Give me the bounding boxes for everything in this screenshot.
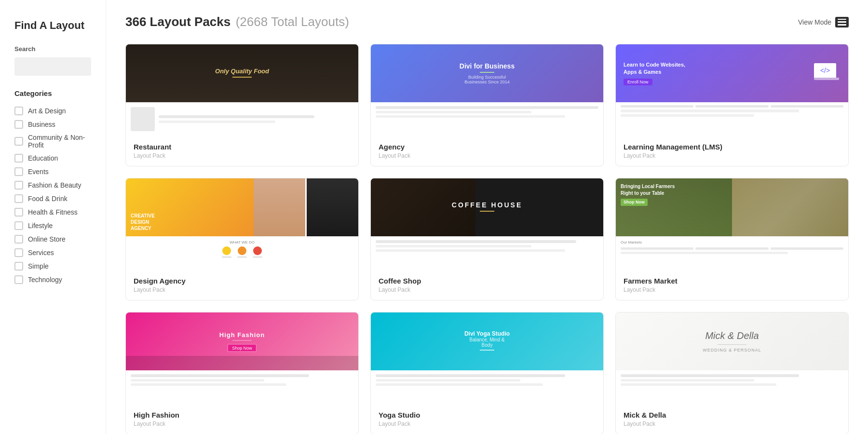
card-info-agency: Agency Layout Pack	[371, 136, 603, 166]
card-subtitle-lms: Layout Pack	[624, 152, 841, 159]
card-image-farmers: Bringing Local FarmersRight to your Tabl…	[616, 178, 848, 270]
card-image-design-agency: CreativeDesignAgency WHAT WE DO	[126, 178, 358, 270]
view-mode-area: View Mode	[798, 17, 849, 27]
category-label-fashion-beauty: Fashion & Beauty	[28, 181, 81, 189]
categories-list: Art & Design Business Community & Non-Pr…	[14, 104, 91, 286]
card-subtitle-agency: Layout Pack	[379, 152, 596, 159]
card-title-design-agency: Design Agency	[134, 277, 351, 285]
category-label-art-design: Art & Design	[28, 107, 66, 115]
sidebar-item-online-store[interactable]: Online Store	[14, 232, 91, 246]
category-checkbox-simple[interactable]	[14, 262, 23, 271]
layout-card-wedding[interactable]: Mick & Della WEDDING & PERSONAL Mick & D…	[615, 312, 849, 434]
card-image-lms: Learn to Code Websites,Apps & Games Enro…	[616, 44, 848, 136]
card-info-fashion: High Fashion Layout Pack	[126, 404, 358, 434]
total-layouts: (2668 Total Layouts)	[236, 14, 349, 29]
category-checkbox-health-fitness[interactable]	[14, 208, 23, 217]
category-label-food-drink: Food & Drink	[28, 195, 68, 203]
category-label-community: Community & Non-Profit	[28, 134, 91, 149]
layout-count-area: 366 Layout Packs (2668 Total Layouts)	[125, 14, 349, 29]
card-title-farmers-market: Farmers Market	[624, 277, 841, 285]
card-image-fashion: High Fashion Shop Now	[126, 312, 358, 404]
category-label-online-store: Online Store	[28, 235, 66, 243]
card-info-wedding: Mick & Della Layout Pack	[616, 404, 848, 434]
category-label-simple: Simple	[28, 262, 49, 270]
sidebar-item-art-design[interactable]: Art & Design	[14, 104, 91, 118]
card-title-wedding: Mick & Della	[624, 411, 841, 419]
sidebar-item-services[interactable]: Services	[14, 246, 91, 259]
search-label: Search	[14, 45, 91, 53]
card-subtitle-coffee-shop: Layout Pack	[379, 286, 596, 293]
layout-card-yoga[interactable]: Divi Yoga Studio Balance, Mind & Body Yo…	[370, 312, 604, 434]
card-subtitle-yoga: Layout Pack	[379, 420, 596, 427]
category-checkbox-services[interactable]	[14, 248, 23, 257]
category-checkbox-food-drink[interactable]	[14, 194, 23, 203]
card-subtitle-fashion: Layout Pack	[134, 420, 351, 427]
sidebar: Find A Layout Search Categories Art & De…	[0, 0, 106, 434]
card-image-coffee: COFFEE HOUSE	[371, 178, 603, 270]
category-checkbox-community[interactable]	[14, 137, 23, 146]
card-title-yoga: Yoga Studio	[379, 411, 596, 419]
card-subtitle-restaurant: Layout Pack	[134, 152, 351, 159]
category-label-education: Education	[28, 154, 58, 162]
category-label-technology: Technology	[28, 276, 62, 284]
card-title-lms: Learning Management (LMS)	[624, 143, 841, 151]
card-title-restaurant: Restaurant	[134, 143, 351, 151]
sidebar-item-lifestyle[interactable]: Lifestyle	[14, 219, 91, 232]
card-subtitle-design-agency: Layout Pack	[134, 286, 351, 293]
category-label-lifestyle: Lifestyle	[28, 222, 53, 230]
view-mode-icon[interactable]	[835, 17, 849, 27]
sidebar-item-food-drink[interactable]: Food & Drink	[14, 192, 91, 205]
search-input[interactable]	[14, 57, 91, 76]
card-image-yoga: Divi Yoga Studio Balance, Mind & Body	[371, 312, 603, 404]
card-title-coffee-shop: Coffee Shop	[379, 277, 596, 285]
layout-card-fashion[interactable]: High Fashion Shop Now High Fashion Layou…	[125, 312, 359, 434]
category-checkbox-fashion-beauty[interactable]	[14, 181, 23, 190]
card-image-agency: Divi for Business Building SuccessfulBus…	[371, 44, 603, 136]
card-subtitle-wedding: Layout Pack	[624, 420, 841, 427]
layout-grid: Only Quality Food Restaurant Layout Pack…	[125, 44, 849, 434]
layout-card-design-agency[interactable]: CreativeDesignAgency WHAT WE DO Design A…	[125, 178, 359, 300]
layout-card-coffee-shop[interactable]: COFFEE HOUSE Coffee Shop Layout Pack	[370, 178, 604, 300]
layout-card-restaurant[interactable]: Only Quality Food Restaurant Layout Pack	[125, 44, 359, 166]
card-info-coffee-shop: Coffee Shop Layout Pack	[371, 270, 603, 300]
card-subtitle-farmers-market: Layout Pack	[624, 286, 841, 293]
category-checkbox-art-design[interactable]	[14, 107, 23, 115]
main-content: 366 Layout Packs (2668 Total Layouts) Vi…	[106, 0, 868, 434]
sidebar-title: Find A Layout	[14, 19, 91, 32]
layout-card-lms[interactable]: Learn to Code Websites,Apps & Games Enro…	[615, 44, 849, 166]
card-image-wedding: Mick & Della WEDDING & PERSONAL	[616, 312, 848, 404]
card-info-restaurant: Restaurant Layout Pack	[126, 136, 358, 166]
category-checkbox-lifestyle[interactable]	[14, 221, 23, 230]
layout-card-agency[interactable]: Divi for Business Building SuccessfulBus…	[370, 44, 604, 166]
category-checkbox-education[interactable]	[14, 154, 23, 163]
sidebar-item-events[interactable]: Events	[14, 165, 91, 178]
categories-title: Categories	[14, 89, 91, 97]
view-mode-label: View Mode	[798, 18, 831, 26]
category-checkbox-online-store[interactable]	[14, 235, 23, 244]
layout-count-title: 366 Layout Packs	[125, 14, 231, 29]
card-info-lms: Learning Management (LMS) Layout Pack	[616, 136, 848, 166]
category-checkbox-events[interactable]	[14, 167, 23, 176]
layout-card-farmers-market[interactable]: Bringing Local FarmersRight to your Tabl…	[615, 178, 849, 300]
sidebar-item-technology[interactable]: Technology	[14, 273, 91, 286]
card-info-farmers-market: Farmers Market Layout Pack	[616, 270, 848, 300]
category-label-events: Events	[28, 168, 49, 176]
card-info-design-agency: Design Agency Layout Pack	[126, 270, 358, 300]
main-header: 366 Layout Packs (2668 Total Layouts) Vi…	[125, 14, 849, 29]
sidebar-item-simple[interactable]: Simple	[14, 259, 91, 273]
sidebar-item-community[interactable]: Community & Non-Profit	[14, 131, 91, 151]
card-image-restaurant: Only Quality Food	[126, 44, 358, 136]
sidebar-item-education[interactable]: Education	[14, 151, 91, 165]
sidebar-item-business[interactable]: Business	[14, 118, 91, 131]
category-label-business: Business	[28, 121, 55, 128]
card-title-fashion: High Fashion	[134, 411, 351, 419]
category-checkbox-technology[interactable]	[14, 275, 23, 284]
card-title-agency: Agency	[379, 143, 596, 151]
sidebar-item-health-fitness[interactable]: Health & Fitness	[14, 205, 91, 219]
sidebar-item-fashion-beauty[interactable]: Fashion & Beauty	[14, 178, 91, 192]
category-label-health-fitness: Health & Fitness	[28, 208, 78, 216]
category-checkbox-business[interactable]	[14, 120, 23, 129]
card-info-yoga: Yoga Studio Layout Pack	[371, 404, 603, 434]
category-label-services: Services	[28, 249, 54, 257]
